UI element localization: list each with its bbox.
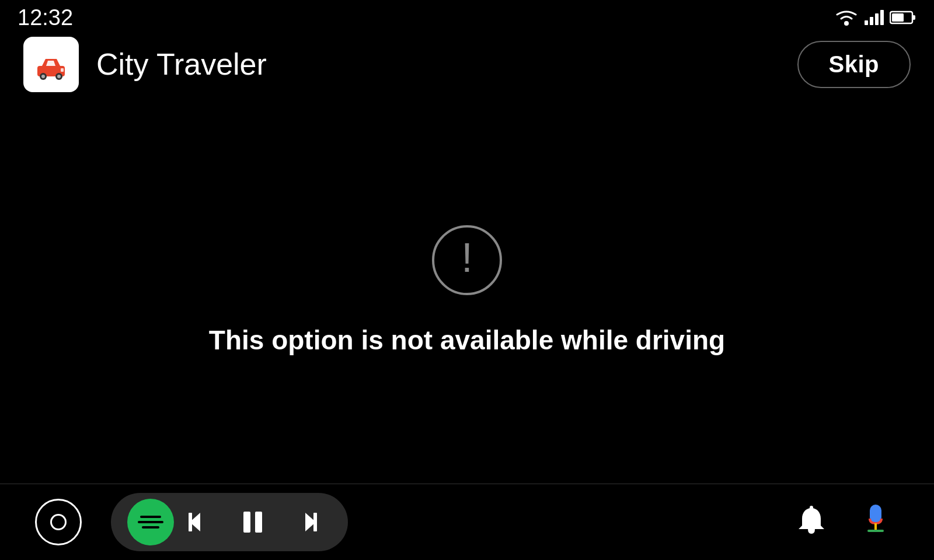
svg-rect-13 <box>243 512 250 533</box>
warning-circle-icon: ! <box>432 225 502 295</box>
time-display: 12:32 <box>18 5 73 30</box>
svg-rect-2 <box>912 15 915 20</box>
app-info: City Traveler <box>23 37 267 92</box>
status-icons <box>834 9 916 26</box>
svg-point-7 <box>41 75 45 78</box>
spotify-button[interactable] <box>127 499 174 545</box>
home-button[interactable] <box>35 499 82 545</box>
spotify-icon <box>138 516 163 528</box>
bell-button[interactable] <box>788 499 835 545</box>
svg-rect-16 <box>313 513 317 531</box>
status-bar: 12:32 <box>0 0 934 35</box>
svg-point-0 <box>844 21 849 26</box>
home-dot-icon <box>50 514 67 530</box>
city-traveler-icon <box>23 37 79 92</box>
warning-text: This option is not available while drivi… <box>209 324 725 356</box>
svg-rect-17 <box>810 506 813 510</box>
pause-button[interactable] <box>232 502 273 542</box>
bottom-bar <box>0 484 934 560</box>
signal-icon <box>865 10 884 25</box>
previous-track-button[interactable] <box>180 502 221 542</box>
skip-button[interactable]: Skip <box>797 41 911 88</box>
media-controls <box>111 493 348 551</box>
main-content: ! This option is not available while dri… <box>0 96 934 484</box>
battery-icon <box>890 10 916 25</box>
svg-rect-18 <box>870 505 881 523</box>
next-track-button[interactable] <box>285 502 326 542</box>
svg-rect-14 <box>255 512 262 533</box>
svg-rect-10 <box>61 68 64 72</box>
svg-point-9 <box>57 75 61 78</box>
wifi-icon <box>834 9 859 26</box>
app-header: City Traveler Skip <box>0 32 934 96</box>
microphone-button[interactable] <box>852 499 899 545</box>
svg-rect-3 <box>892 13 904 22</box>
svg-rect-12 <box>189 513 192 531</box>
exclamation-mark: ! <box>461 237 472 278</box>
app-title: City Traveler <box>96 47 267 82</box>
